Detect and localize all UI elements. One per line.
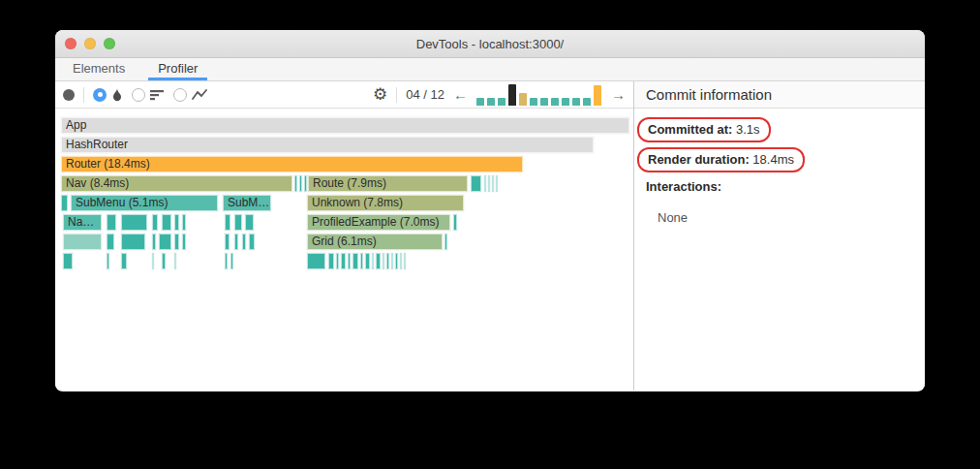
flame-bar[interactable]: App	[61, 117, 629, 134]
flame-bar-fragment[interactable]	[245, 214, 254, 231]
flame-bar-fragment[interactable]	[360, 253, 363, 269]
flame-bar-fragment[interactable]	[225, 234, 230, 250]
commit-bar[interactable]	[508, 84, 516, 106]
ranked-view-option[interactable]	[132, 88, 165, 102]
flame-bar-fragment[interactable]	[152, 234, 156, 250]
flame-bar-fragment[interactable]	[174, 214, 179, 231]
record-icon[interactable]	[63, 89, 75, 101]
flamegraph-view-option[interactable]	[93, 88, 123, 102]
flame-bar-fragment[interactable]	[121, 234, 145, 250]
flame-bar-fragment[interactable]	[328, 253, 334, 269]
interactions-label: Interactions:	[646, 179, 721, 194]
flame-bar-fragment[interactable]	[386, 253, 389, 269]
settings-gear-icon[interactable]: ⚙	[373, 86, 387, 103]
flame-bar-fragment[interactable]	[395, 253, 398, 269]
commit-bar[interactable]	[519, 93, 527, 106]
flame-bar-fragment[interactable]	[152, 253, 154, 269]
flame-bar-fragment[interactable]	[404, 253, 406, 269]
commit-bar[interactable]	[540, 98, 548, 105]
flame-bar-fragment[interactable]	[162, 253, 166, 269]
flame-bar[interactable]: SubM…	[223, 195, 271, 211]
flame-bar-fragment[interactable]	[307, 253, 325, 269]
commit-bar[interactable]	[572, 98, 580, 105]
commit-bar[interactable]	[487, 98, 495, 105]
flame-bar-fragment[interactable]	[234, 214, 242, 231]
flame-bar-fragment[interactable]	[336, 253, 339, 269]
flame-bar-fragment[interactable]	[352, 253, 358, 269]
commit-bar[interactable]	[583, 98, 591, 105]
commit-bar[interactable]	[594, 85, 601, 106]
commit-bar[interactable]	[530, 98, 537, 105]
interactions-chart-icon	[192, 89, 207, 101]
flamegraph-radio[interactable]	[93, 88, 107, 102]
flame-bar-fragment[interactable]	[304, 175, 307, 192]
flame-bar-fragment[interactable]	[348, 253, 351, 269]
flame-bar-fragment[interactable]	[61, 195, 68, 211]
flame-bar-fragment[interactable]	[249, 234, 255, 250]
flame-bar-fragment[interactable]	[453, 214, 457, 231]
commit-selector-strip[interactable]	[476, 84, 602, 106]
commit-bar[interactable]	[562, 98, 569, 105]
zoom-window-button[interactable]	[104, 38, 115, 49]
flame-bar-fragment[interactable]	[400, 253, 402, 269]
flame-bar-fragment[interactable]	[496, 175, 498, 192]
flame-bar-fragment[interactable]	[444, 234, 447, 250]
flame-bar-label: Na…	[64, 215, 101, 230]
next-commit-arrow-icon[interactable]: →	[611, 87, 626, 102]
flame-bar-fragment[interactable]	[230, 253, 233, 269]
flame-bar[interactable]: Nav (8.4ms)	[61, 175, 292, 192]
flame-bar-fragment[interactable]	[107, 234, 114, 250]
flame-bar-fragment[interactable]	[341, 253, 346, 269]
flame-bar-fragment[interactable]	[174, 253, 176, 269]
flame-bar-fragment[interactable]	[121, 214, 147, 231]
flame-bar-fragment[interactable]	[174, 234, 179, 250]
flame-bar[interactable]: Router (18.4ms)	[61, 156, 523, 172]
flame-bar[interactable]: SubMenu (5.1ms)	[71, 195, 218, 211]
previous-commit-arrow-icon[interactable]: ←	[453, 87, 468, 102]
profiler-toolbar: ⚙ 04 / 12 ← →	[55, 81, 633, 109]
flame-bar-fragment[interactable]	[152, 214, 158, 231]
flame-bar-fragment[interactable]	[182, 234, 186, 250]
flame-bar-fragment[interactable]	[242, 234, 246, 250]
flame-bar-label: Route (7.9ms)	[309, 176, 467, 191]
flame-bar-fragment[interactable]	[159, 234, 171, 250]
flame-bar-fragment[interactable]	[63, 253, 73, 269]
flame-bar-fragment[interactable]	[121, 253, 127, 269]
flame-bar-fragment[interactable]	[294, 175, 297, 192]
flame-bar-fragment[interactable]	[63, 234, 102, 250]
commit-info-panel: Commit information Committed at: 3.1s Re…	[634, 81, 925, 391]
flame-bar[interactable]: Na…	[63, 214, 102, 231]
flame-bar-fragment[interactable]	[182, 214, 186, 231]
tab-elements[interactable]: Elements	[63, 58, 135, 80]
commit-bar[interactable]	[476, 98, 484, 105]
flame-bar-fragment[interactable]	[162, 214, 171, 231]
ranked-radio[interactable]	[132, 88, 145, 102]
flame-bar[interactable]: Route (7.9ms)	[308, 175, 468, 192]
flame-bar-fragment[interactable]	[299, 175, 302, 192]
commit-bar[interactable]	[498, 98, 505, 105]
flame-bar-fragment[interactable]	[471, 175, 481, 192]
flame-bar-fragment[interactable]	[107, 253, 109, 269]
flame-bar-fragment[interactable]	[225, 253, 228, 269]
interactions-radio[interactable]	[173, 88, 187, 102]
tab-profiler[interactable]: Profiler	[148, 58, 207, 80]
flame-bar[interactable]: HashRouter	[61, 137, 594, 153]
flame-bar[interactable]: ProfiledExample (7.0ms)	[307, 214, 450, 231]
flame-bar-fragment[interactable]	[376, 253, 381, 269]
flame-bar-fragment[interactable]	[365, 253, 370, 269]
flame-bar-fragment[interactable]	[488, 175, 490, 192]
interactions-view-option[interactable]	[173, 88, 207, 102]
commit-bar[interactable]	[551, 98, 559, 105]
flame-bar-fragment[interactable]	[225, 214, 230, 231]
flame-bar-fragment[interactable]	[383, 253, 384, 269]
flame-bar[interactable]: Grid (6.1ms)	[307, 234, 443, 250]
flame-bar-fragment[interactable]	[234, 234, 238, 250]
flame-bar-fragment[interactable]	[107, 214, 116, 231]
flame-bar-fragment[interactable]	[372, 253, 374, 269]
flame-bar-fragment[interactable]	[391, 253, 393, 269]
minimize-window-button[interactable]	[84, 38, 96, 49]
flame-bar-fragment[interactable]	[492, 175, 494, 192]
flame-bar-fragment[interactable]	[484, 175, 486, 192]
flame-bar[interactable]: Unknown (7.8ms)	[307, 195, 464, 211]
close-window-button[interactable]	[65, 38, 77, 49]
